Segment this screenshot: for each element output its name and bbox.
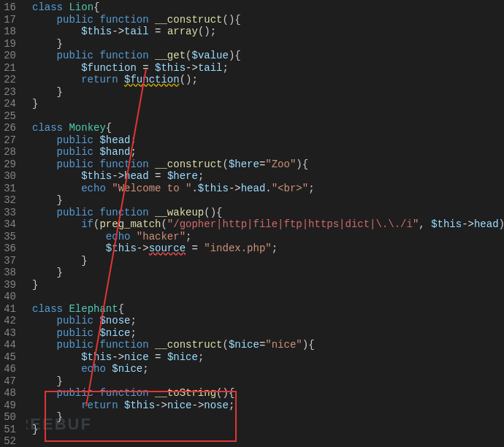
code-content[interactable]: class Lion{ public function __construct(… xyxy=(26,0,504,447)
code-editor[interactable]: 16 17 18 19 20 21 22 23 24 25 26 27 28 2… xyxy=(0,0,504,447)
line-number-gutter: 16 17 18 19 20 21 22 23 24 25 26 27 28 2… xyxy=(0,0,26,447)
